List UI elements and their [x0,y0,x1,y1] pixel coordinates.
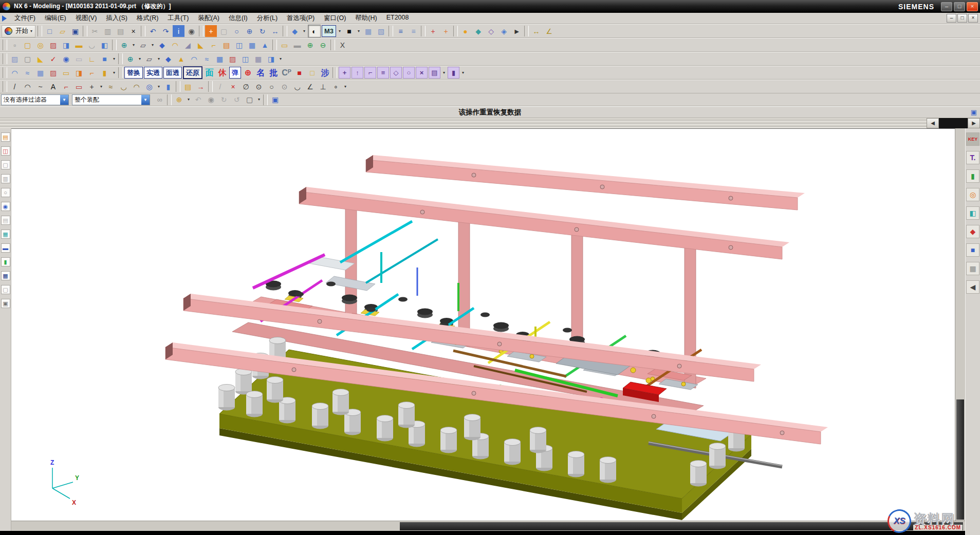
expression-icon[interactable]: X [337,39,348,51]
grid-face-icon[interactable]: ▦ [246,39,258,51]
mdi-minimize-button[interactable]: – [947,14,956,23]
small-circle-icon[interactable]: ∘ [330,81,342,92]
surface2-icon[interactable]: ≈ [22,67,33,79]
new-window-icon[interactable]: ▦ [362,25,374,37]
cut-icon[interactable]: ✂ [89,25,101,37]
surface4-icon[interactable]: ▨ [47,67,59,79]
text-icon[interactable]: A [47,81,59,92]
menu-analysis[interactable]: 分析(L) [252,13,282,24]
donut-icon[interactable]: ◎ [143,81,155,92]
hole-icon[interactable]: ◫ [233,39,245,51]
subtract-icon[interactable]: ⊖ [317,39,329,51]
angle-icon[interactable]: ∟ [86,53,98,65]
measure-angle-icon[interactable]: ∠ [543,25,555,37]
batch-tool-icon[interactable]: 批 [268,67,280,79]
raise-component-icon[interactable]: ↑ [352,67,363,79]
corner-blend-icon[interactable]: ◨ [265,53,277,65]
tube-dropdown[interactable]: ▾ [112,67,117,79]
wire-cube-icon[interactable]: ▢ [22,53,33,65]
circle-dot-icon[interactable]: ⊙ [253,81,265,92]
edit-object-color-icon[interactable]: ● [459,25,471,37]
cylinder-icon[interactable]: ◎ [34,39,46,51]
new-file-icon[interactable]: □ [44,25,56,37]
cylinder-pair-icon[interactable]: ◫ [239,53,251,65]
pan-view-icon[interactable]: ↔ [269,25,281,37]
null-set-icon[interactable]: ∅ [240,81,252,92]
donut-dropdown[interactable]: ▾ [156,81,161,92]
angle-dim-icon[interactable]: ∠ [304,81,316,92]
mdi-restore-button[interactable]: □ [957,14,967,23]
snap-point-icon[interactable]: ◇ [485,25,497,37]
offset-curve-icon[interactable]: ≈ [105,81,117,92]
component-report-icon[interactable]: ▤ [429,67,440,79]
curve-more-dropdown[interactable]: ▾ [343,81,348,92]
resource-tab-2-icon[interactable]: ◫ [1,146,10,156]
table-icon[interactable]: ▬ [291,39,303,51]
selection-filter-combo[interactable]: 没有选择过滤器 ▼ [1,94,69,105]
undo-icon[interactable]: ↶ [147,25,159,37]
point-icon[interactable]: + [86,81,98,92]
chevron-down-icon[interactable]: ▼ [141,95,150,105]
menu-information[interactable]: 信息(I) [224,13,252,24]
swept-icon[interactable]: ◠ [188,53,200,65]
workset-dropdown[interactable]: ▾ [337,25,342,37]
h-scrollbar-thumb[interactable] [400,522,963,530]
layer-visible-icon[interactable]: ≡ [408,25,419,37]
mdi-close-button[interactable]: × [968,14,978,23]
menu-tools[interactable]: 工具(T) [163,13,193,24]
paste-feature-icon[interactable]: ▨ [9,53,21,65]
edit-display-icon[interactable]: ◆ [472,25,484,37]
drafting-icon[interactable]: ▨ [47,39,59,51]
iso-box-icon[interactable]: ◧ [966,206,979,220]
copy-position-icon[interactable]: Cᴾ [281,67,292,79]
cube-icon[interactable]: ■ [99,53,110,65]
cylinder-axis-icon[interactable]: ▮ [162,81,174,92]
spin-cw-icon[interactable]: ↻ [218,94,230,106]
circle-dot2-icon[interactable]: ⊙ [279,81,290,92]
component-report-dropdown[interactable]: ▾ [441,67,447,79]
datum-plane-dropdown[interactable]: ▾ [150,39,155,51]
v-scrollbar-thumb[interactable] [956,399,964,520]
layer-settings-icon[interactable]: ≡ [395,25,406,37]
chevron-down-icon[interactable]: ▼ [60,95,68,105]
delete-icon[interactable]: × [127,25,139,37]
join-curve-icon[interactable]: ◠ [131,81,142,92]
helper-tool-icon[interactable]: ▤ [182,81,194,92]
face-tool-icon[interactable]: 面 [204,67,215,79]
red-part-icon[interactable]: ◆ [966,225,979,238]
style-edit-icon[interactable]: ▫ [9,39,21,51]
corner-cube-icon[interactable]: ◧ [99,39,110,51]
back-icon[interactable]: ↶ [192,94,204,106]
extrude-icon[interactable]: ◆ [156,39,168,51]
blend-icon[interactable]: ◨ [60,39,72,51]
cue-scroll-track[interactable] [939,118,968,128]
face-color-icon[interactable]: ■ [343,25,355,37]
snap-target-icon[interactable]: ⊕ [173,94,185,106]
v-scrollbar[interactable] [955,128,965,521]
measure-distance-icon[interactable]: ↔ [530,25,542,37]
zoom-in-icon[interactable]: ⊕ [244,25,255,37]
datum-point-icon[interactable]: ⊕ [118,39,130,51]
h-scrollbar[interactable] [11,521,965,531]
pad-icon[interactable]: ▭ [73,53,85,65]
component-pin-icon[interactable]: ▮ [448,67,459,79]
reuse-library-icon[interactable]: ▦ [1,230,10,239]
redo-icon[interactable]: ↷ [160,25,172,37]
sheet-icon[interactable]: ▬ [73,39,85,51]
arrow-tool-icon[interactable]: → [195,81,207,92]
surface3-icon[interactable]: ▦ [34,67,46,79]
wcs-dynamics-icon[interactable]: + [440,25,452,37]
globe-icon[interactable]: ◉ [205,94,217,106]
resource-tab-4-icon[interactable]: ▥ [1,174,10,183]
cube-doc-icon[interactable]: ▣ [269,94,281,106]
marquee-select-icon[interactable]: ▢ [244,94,255,106]
resource-tab-5-icon[interactable]: ○ [1,188,10,197]
materials-icon[interactable]: ▢ [1,285,10,294]
text-tool-icon[interactable]: T. [966,151,979,164]
red-cube-icon[interactable]: ■ [293,67,305,79]
bend-icon[interactable]: ▤ [220,39,232,51]
datum-plane-icon[interactable]: ▱ [137,39,149,51]
spline-icon[interactable]: ~ [34,81,46,92]
key-tool-button[interactable]: KEY [966,132,979,146]
appearance-icon[interactable]: ◈ [498,25,510,37]
